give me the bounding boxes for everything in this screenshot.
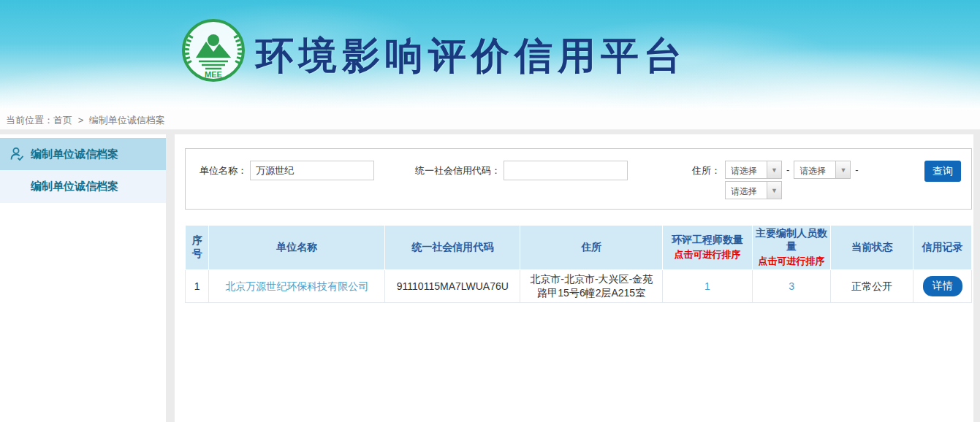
company-link[interactable]: 北京万源世纪环保科技有限公司 bbox=[225, 280, 368, 292]
chevron-down-icon[interactable]: ▼ bbox=[767, 161, 781, 178]
results-table: 序号 单位名称 统一社会信用代码 住所 环评工程师数量 点击可进行排序 主要编制… bbox=[185, 225, 972, 303]
city-select[interactable]: 请选择 ▼ bbox=[794, 161, 851, 179]
content-area: 单位名称： 统一社会信用代码： 住所： 请选择 ▼ - 请选择 ▼ bbox=[175, 134, 973, 422]
query-button[interactable]: 查询 bbox=[924, 161, 961, 182]
page-title: 环境影响评价信用平台 bbox=[256, 31, 687, 82]
column-header-index: 序号 bbox=[186, 226, 209, 270]
district-select[interactable]: 请选择 ▼ bbox=[725, 181, 782, 199]
sort-hint[interactable]: 点击可进行排序 bbox=[754, 255, 829, 268]
dash-separator: - bbox=[786, 161, 789, 179]
page: MEE 环境影响评价信用平台 当前位置：首页 > 编制单位诚信档案 编制单位诚信… bbox=[0, 0, 980, 422]
engineer-count-link[interactable]: 1 bbox=[704, 280, 710, 292]
credit-code-value: 91110115MA7LWUA76U bbox=[385, 270, 520, 303]
credit-code-label: 统一社会信用代码： bbox=[415, 161, 501, 180]
column-header-company: 单位名称 bbox=[209, 226, 385, 270]
address-value: 北京市-北京市-大兴区-金苑路甲15号6幢2层A215室 bbox=[520, 270, 663, 303]
column-header-staff-count[interactable]: 主要编制人员数量 点击可进行排序 bbox=[752, 226, 831, 270]
breadcrumb-separator: > bbox=[78, 115, 84, 126]
svg-text:MEE: MEE bbox=[205, 70, 222, 79]
header-banner: MEE 环境影响评价信用平台 bbox=[0, 0, 980, 110]
address-selects: 请选择 ▼ - 请选择 ▼ - 请选择 ▼ bbox=[725, 161, 863, 199]
province-select[interactable]: 请选择 ▼ bbox=[725, 161, 782, 179]
sidebar: 编制单位诚信档案 编制单位诚信档案 bbox=[0, 134, 166, 422]
table-row: 1 北京万源世纪环保科技有限公司 91110115MA7LWUA76U 北京市-… bbox=[186, 270, 972, 303]
column-header-status: 当前状态 bbox=[831, 226, 913, 270]
row-index: 1 bbox=[186, 270, 209, 303]
detail-button[interactable]: 详情 bbox=[923, 276, 962, 296]
sort-hint[interactable]: 点击可进行排序 bbox=[664, 248, 751, 261]
main-layout: 编制单位诚信档案 编制单位诚信档案 单位名称： 统一社会信用代码： 住所： 请选… bbox=[0, 130, 980, 422]
column-header-credit-code: 统一社会信用代码 bbox=[385, 226, 520, 270]
breadcrumb: 当前位置：首页 > 编制单位诚信档案 bbox=[0, 110, 980, 130]
dash-separator: - bbox=[855, 161, 858, 179]
status-value: 正常公开 bbox=[831, 270, 913, 303]
unit-name-label: 单位名称： bbox=[200, 161, 247, 180]
unit-name-input[interactable] bbox=[250, 161, 374, 180]
sidebar-subitem-label: 编制单位诚信档案 bbox=[31, 180, 118, 193]
sidebar-item-label: 编制单位诚信档案 bbox=[31, 147, 118, 161]
column-header-credit-record: 信用记录 bbox=[913, 226, 972, 270]
search-panel: 单位名称： 统一社会信用代码： 住所： 请选择 ▼ - 请选择 ▼ bbox=[185, 148, 972, 210]
column-header-address: 住所 bbox=[520, 226, 663, 270]
address-label: 住所： bbox=[692, 161, 721, 180]
column-header-engineer-count[interactable]: 环评工程师数量 点击可进行排序 bbox=[663, 226, 753, 270]
user-check-icon bbox=[9, 146, 25, 162]
chevron-down-icon[interactable]: ▼ bbox=[767, 182, 781, 199]
sidebar-item-unit-credit-archive[interactable]: 编制单位诚信档案 bbox=[0, 138, 166, 170]
breadcrumb-current: 编制单位诚信档案 bbox=[89, 115, 165, 126]
credit-code-input[interactable] bbox=[504, 161, 628, 180]
mee-logo-icon: MEE bbox=[181, 18, 246, 83]
table-header-row: 序号 单位名称 统一社会信用代码 住所 环评工程师数量 点击可进行排序 主要编制… bbox=[186, 226, 972, 270]
breadcrumb-label: 当前位置： bbox=[6, 115, 53, 126]
staff-count-link[interactable]: 3 bbox=[789, 280, 794, 292]
sidebar-subitem-unit-credit-archive[interactable]: 编制单位诚信档案 bbox=[0, 170, 166, 203]
breadcrumb-home-link[interactable]: 首页 bbox=[53, 115, 72, 126]
chevron-down-icon[interactable]: ▼ bbox=[835, 161, 850, 178]
